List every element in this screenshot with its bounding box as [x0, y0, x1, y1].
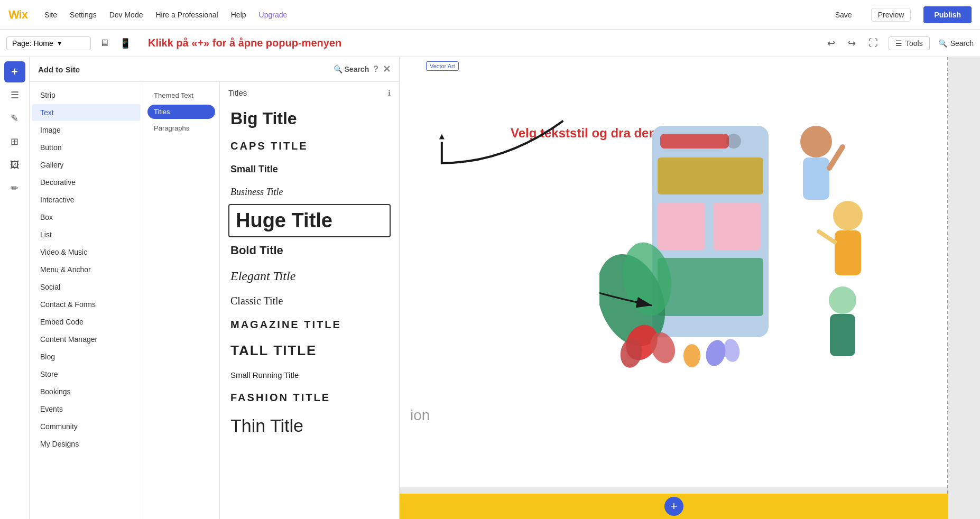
title-fashion[interactable]: FASHION TITLE [228, 386, 391, 409]
category-gallery[interactable]: Gallery [32, 156, 141, 173]
classic-title-text: Classic Title [230, 295, 283, 307]
nav-settings[interactable]: Settings [70, 8, 97, 21]
search-label: Search [950, 39, 974, 48]
category-strip[interactable]: Strip [32, 87, 141, 104]
pages-icon-button[interactable]: ☰ [4, 85, 25, 106]
category-social[interactable]: Social [32, 279, 141, 295]
title-magazine[interactable]: MAGAZINE TITLE [228, 313, 391, 336]
category-interactive[interactable]: Interactive [32, 191, 141, 208]
search-label-panel: Search [345, 65, 369, 73]
title-small-running[interactable]: Small Running Title [228, 365, 391, 385]
add-element-button[interactable]: + [4, 61, 25, 82]
sub-cat-paragraphs[interactable]: Paragraphs [147, 121, 215, 135]
title-huge[interactable]: Huge Title [228, 204, 391, 237]
add-panel-search[interactable]: 🔍 Search [334, 65, 369, 73]
blog-icon-button[interactable]: ✎ [4, 108, 25, 129]
category-decorative[interactable]: Decorative [32, 174, 141, 191]
canvas-area: Vector Art Velg tekststil og dra den i p… [400, 57, 980, 519]
second-toolbar: Page: Home ▼ 🖥 📱 Klikk på «+» for å åpne… [0, 30, 980, 57]
search-icon-panel: 🔍 [334, 65, 343, 73]
svg-point-14 [683, 344, 700, 367]
sub-cat-themed[interactable]: Themed Text [147, 88, 215, 103]
pen-icon-button[interactable]: ✏ [4, 178, 25, 199]
nav-site[interactable]: Site [44, 8, 57, 21]
category-embed[interactable]: Embed Code [32, 313, 141, 330]
illustration-area [599, 99, 906, 369]
small-title-text: Small Title [230, 164, 278, 174]
svg-line-20 [819, 231, 835, 242]
category-list[interactable]: List [32, 226, 141, 243]
title-classic[interactable]: Classic Title [228, 290, 391, 312]
caps-title-text: CAPS TITLE [230, 140, 308, 152]
thin-title-text: Thin Title [230, 415, 303, 435]
title-caps[interactable]: CAPS TITLE [228, 135, 391, 157]
category-image[interactable]: Image [32, 122, 141, 138]
titles-panel: Titles ℹ Big Title CAPS TITLE Small Titl… [220, 82, 399, 519]
sub-cat-titles[interactable]: Titles [147, 105, 215, 119]
top-nav: Wix Site Settings Dev Mode Hire a Profes… [0, 0, 980, 30]
close-icon[interactable]: ✕ [383, 63, 391, 75]
fullscreen-icon[interactable]: ⛶ [866, 35, 880, 51]
category-blog[interactable]: Blog [32, 348, 141, 365]
category-events[interactable]: Events [32, 401, 141, 418]
title-tall[interactable]: TALL TITLE [228, 337, 391, 364]
category-contact[interactable]: Contact & Forms [32, 296, 141, 313]
illustration-svg [599, 99, 906, 369]
bold-title-text: Bold Title [230, 244, 283, 257]
search-icon: 🔍 [938, 39, 947, 48]
svg-point-18 [833, 201, 863, 230]
media-icon-button[interactable]: 🖼 [4, 154, 25, 175]
help-icon[interactable]: ? [373, 64, 378, 74]
search-button[interactable]: 🔍 Search [938, 39, 974, 48]
publish-button[interactable]: Publish [923, 6, 972, 23]
svg-point-15 [800, 126, 832, 157]
add-panel-header: Add to Site 🔍 Search ? ✕ [30, 57, 399, 82]
redo-icon[interactable]: ↪ [846, 35, 858, 51]
category-menu-anchor[interactable]: Menu & Anchor [32, 261, 141, 278]
titles-label: Titles [228, 88, 247, 97]
category-mydesigns[interactable]: My Designs [32, 435, 141, 452]
title-big[interactable]: Big Title [228, 104, 391, 134]
canvas-content: Vector Art Velg tekststil og dra den i p… [400, 57, 948, 487]
fashion-title-text: FASHION TITLE [230, 392, 330, 403]
info-icon[interactable]: ℹ [388, 89, 391, 97]
mobile-icon[interactable]: 📱 [117, 35, 133, 51]
category-store[interactable]: Store [32, 366, 141, 383]
title-small[interactable]: Small Title [228, 159, 391, 180]
sub-categories: Themed Text Titles Paragraphs [143, 82, 220, 519]
nav-devmode[interactable]: Dev Mode [109, 8, 143, 21]
canvas-add-button[interactable]: + [664, 497, 683, 516]
svg-rect-1 [658, 157, 763, 194]
nav-upgrade[interactable]: Upgrade [259, 8, 288, 21]
svg-point-6 [726, 134, 741, 149]
add-panel-title: Add to Site [38, 65, 80, 74]
preview-button[interactable]: Preview [871, 8, 911, 22]
svg-rect-16 [803, 157, 829, 200]
title-thin[interactable]: Thin Title [228, 410, 391, 441]
category-content[interactable]: Content Manager [32, 331, 141, 348]
add-panel: Add to Site 🔍 Search ? ✕ Strip Text Imag… [30, 57, 400, 519]
undo-icon[interactable]: ↩ [825, 35, 837, 51]
category-box[interactable]: Box [32, 209, 141, 226]
category-text[interactable]: Text [32, 104, 141, 121]
page-selector[interactable]: Page: Home ▼ [6, 36, 91, 50]
category-list: Strip Text Image Button Gallery Decorati… [30, 82, 143, 519]
desktop-icon[interactable]: 🖥 [97, 35, 111, 51]
add-panel-body: Strip Text Image Button Gallery Decorati… [30, 82, 399, 519]
apps-icon-button[interactable]: ⊞ [4, 131, 25, 152]
title-bold[interactable]: Bold Title [228, 238, 391, 263]
title-business[interactable]: Business Title [228, 181, 391, 203]
category-button[interactable]: Button [32, 139, 141, 156]
nav-hire[interactable]: Hire a Professional [155, 8, 218, 21]
title-elegant[interactable]: Elegant Title [228, 264, 391, 289]
save-button[interactable]: Save [829, 8, 858, 21]
svg-point-13 [722, 338, 741, 364]
category-bookings[interactable]: Bookings [32, 383, 141, 400]
tools-button[interactable]: ☰ Tools [889, 36, 930, 50]
nav-help[interactable]: Help [231, 8, 246, 21]
huge-title-text: Huge Title [236, 209, 332, 231]
wix-logo: Wix [8, 8, 27, 22]
category-video[interactable]: Video & Music [32, 244, 141, 261]
category-community[interactable]: Community [32, 418, 141, 435]
svg-point-21 [829, 286, 856, 314]
